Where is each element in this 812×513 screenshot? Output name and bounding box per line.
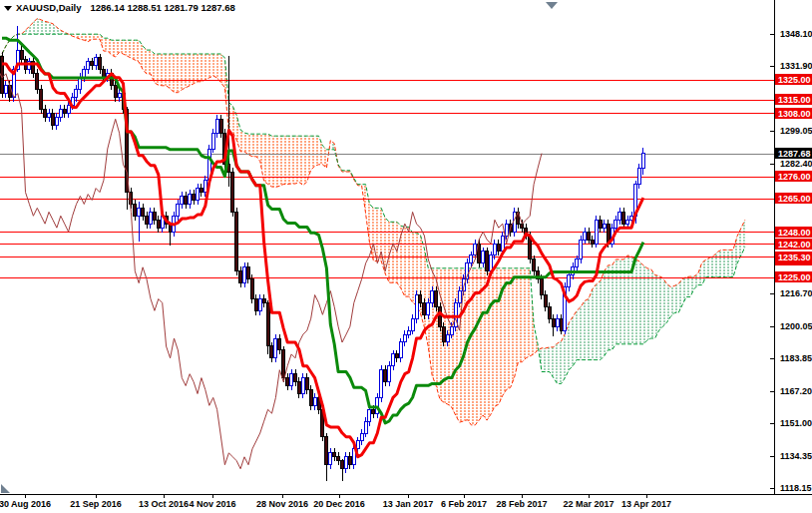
svg-text:1315.00: 1315.00 <box>778 95 811 105</box>
mt4-chart-window: 1348.101331.901299.051282.401216.701200.… <box>0 0 812 513</box>
svg-text:1242.00: 1242.00 <box>778 240 811 250</box>
time-axis-label: 28 Nov 2016 <box>256 499 308 509</box>
time-axis-label: 30 Aug 2016 <box>0 499 51 509</box>
scroll-begin-marker-icon <box>1 484 10 493</box>
chart-shift-marker-icon[interactable] <box>546 2 558 9</box>
clipped-level-label <box>775 262 812 265</box>
level-price-label[interactable]: 1235.30 <box>775 252 812 262</box>
time-axis-label: 13 Jan 2017 <box>383 499 434 509</box>
time-axis-label: 22 Mar 2017 <box>563 499 613 509</box>
price-axis-tick-label: 1151.00 <box>780 418 812 428</box>
level-price-label[interactable]: 1265.00 <box>775 193 812 204</box>
svg-text:1325.00: 1325.00 <box>778 75 811 85</box>
level-price-label[interactable]: 1225.00 <box>775 271 812 282</box>
svg-text:1276.00: 1276.00 <box>778 172 811 182</box>
ohlc-values-label: 1286.14 1288.51 1281.79 1287.68 <box>90 2 234 13</box>
price-axis-tick-label: 1282.40 <box>780 159 812 169</box>
price-axis-tick-label: 1348.10 <box>780 29 812 39</box>
time-axis-label: 6 Feb 2017 <box>441 499 487 509</box>
price-chart-canvas[interactable]: 1348.101331.901299.051282.401216.701200.… <box>0 0 812 513</box>
level-price-label[interactable]: 1248.00 <box>775 227 812 238</box>
level-price-label[interactable]: 1276.00 <box>775 171 812 182</box>
price-axis-tick-label: 1118.15 <box>780 483 812 493</box>
chart-plot-area[interactable]: 1348.101331.901299.051282.401216.701200.… <box>0 0 812 513</box>
level-price-label[interactable]: 1325.00 <box>775 74 812 85</box>
svg-text:1248.00: 1248.00 <box>778 228 811 238</box>
level-price-label[interactable]: 1315.00 <box>775 94 812 105</box>
time-axis-label: 13 Oct 2016 <box>139 499 189 509</box>
svg-text:1265.00: 1265.00 <box>778 194 811 204</box>
price-axis-tick-label: 1200.05 <box>780 321 812 331</box>
price-axis-tick-label: 1167.20 <box>780 386 812 396</box>
time-axis-label: 13 Apr 2017 <box>621 499 671 509</box>
svg-text:1287.68: 1287.68 <box>778 149 811 159</box>
collapse-ohlc-arrow-icon[interactable] <box>4 6 12 11</box>
price-axis-tick-label: 1183.85 <box>780 353 812 363</box>
current-price-label: 1287.68 <box>775 148 812 159</box>
time-axis-label: 20 Dec 2016 <box>313 499 365 509</box>
price-axis-tick-label: 1331.90 <box>780 61 812 71</box>
svg-text:1308.00: 1308.00 <box>778 109 811 119</box>
level-price-label[interactable]: 1308.00 <box>775 108 812 119</box>
chart-title-bar: XAUUSD,Daily1286.14 1288.51 1281.79 1287… <box>4 2 235 13</box>
svg-text:1235.30: 1235.30 <box>778 253 811 262</box>
price-axis-tick-label: 1134.35 <box>780 451 812 461</box>
time-axis-label: 21 Sep 2016 <box>70 499 122 509</box>
price-axis-tick-label: 1216.70 <box>780 288 812 298</box>
symbol-timeframe-label: XAUUSD,Daily <box>16 2 81 13</box>
level-price-label[interactable]: 1242.00 <box>775 239 812 250</box>
price-axis-tick-label: 1299.05 <box>780 126 812 136</box>
svg-text:1225.00: 1225.00 <box>778 272 811 282</box>
time-axis-label: 4 Nov 2016 <box>189 499 235 509</box>
time-axis-label: 28 Feb 2017 <box>496 499 547 509</box>
tenkan-sen-line <box>2 64 643 457</box>
